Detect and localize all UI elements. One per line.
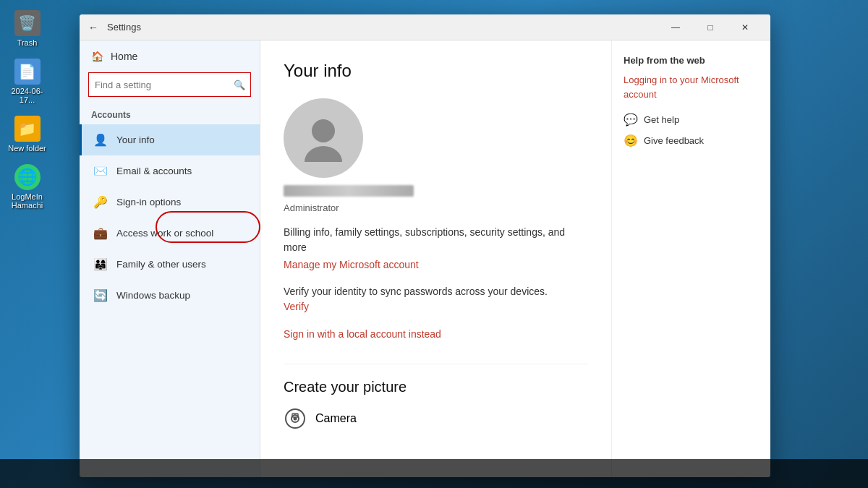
your-info-icon: 👤 <box>93 133 108 147</box>
microsoft-account-help-link[interactable]: Logging in to your Microsoft account <box>624 73 759 101</box>
username-blurred <box>284 185 414 197</box>
window-title: Settings <box>107 22 659 33</box>
trash-icon-label: Trash <box>17 38 38 47</box>
sign-in-label: Sign-in options <box>116 197 181 207</box>
settings-window: ← Settings — □ ✕ 🏠 Home 🔍 <box>80 14 770 477</box>
sidebar-item-sign-in-options[interactable]: 🔑 Sign-in options <box>80 187 260 218</box>
camera-svg <box>285 408 305 429</box>
desktop-icon-trash[interactable]: 🗑️ Trash <box>4 7 51 50</box>
email-icon: ✉️ <box>93 164 108 178</box>
logmein-icon-label: LogMeIn Hamachi <box>7 192 48 210</box>
user-section: Administrator <box>284 98 588 213</box>
back-button[interactable]: ← <box>88 22 98 33</box>
give-feedback-label: Give feedback <box>644 135 704 146</box>
svg-point-5 <box>294 417 297 421</box>
verify-text: Verify your identity to sync passwords a… <box>284 286 588 297</box>
sign-in-icon: 🔑 <box>93 195 108 209</box>
desktop-icons-area: 🗑️ Trash 📄 2024-06-17... 📁 New folder 🌐 … <box>0 0 54 220</box>
desktop-icon-logmein[interactable]: 🌐 LogMeIn Hamachi <box>4 161 51 213</box>
svg-point-0 <box>312 119 335 142</box>
sidebar-item-windows-backup[interactable]: 🔄 Windows backup <box>80 280 260 311</box>
home-icon: 🏠 <box>91 51 103 62</box>
camera-label: Camera <box>315 412 357 425</box>
minimize-button[interactable]: — <box>659 14 692 40</box>
verify-section: Verify your identity to sync passwords a… <box>284 286 588 313</box>
email-accounts-label: Email & accounts <box>116 166 192 176</box>
create-picture-section: Create your picture Camera <box>284 364 588 430</box>
user-role-label: Administrator <box>284 202 339 213</box>
give-feedback-action[interactable]: 😊 Give feedback <box>624 134 759 147</box>
sidebar-home-item[interactable]: 🏠 Home <box>80 40 260 72</box>
search-container: 🔍 <box>80 72 260 104</box>
give-feedback-icon: 😊 <box>624 134 638 147</box>
title-bar: ← Settings — □ ✕ <box>80 14 770 40</box>
avatar <box>284 98 363 178</box>
sidebar-item-access-work[interactable]: 💼 Access work or school <box>80 218 260 249</box>
close-button[interactable]: ✕ <box>728 14 762 40</box>
local-account-link[interactable]: Sign in with a local account instead <box>284 328 441 340</box>
sidebar: 🏠 Home 🔍 Accounts 👤 Your info ✉️ E <box>80 40 260 477</box>
info-section: Billing info, family settings, subscript… <box>284 225 588 271</box>
desktop-icon-file[interactable]: 📄 2024-06-17... <box>4 56 51 107</box>
get-help-icon: 💬 <box>624 113 638 127</box>
work-icon: 💼 <box>93 226 108 240</box>
maximize-button[interactable]: □ <box>694 14 727 40</box>
camera-icon <box>284 407 307 430</box>
search-icon: 🔍 <box>234 80 245 90</box>
page-title: Your info <box>284 61 588 81</box>
main-content: Your info Administrator Billing info, fa… <box>260 40 611 477</box>
avatar-person-svg <box>302 115 345 162</box>
your-info-label: Your info <box>116 134 155 145</box>
search-input[interactable] <box>88 72 251 97</box>
search-wrapper: 🔍 <box>88 72 251 97</box>
folder-icon-label: New folder <box>8 144 46 153</box>
manage-account-link[interactable]: Manage my Microsoft account <box>284 259 419 270</box>
desktop-icon-folder[interactable]: 📁 New folder <box>4 113 51 155</box>
family-icon: 👨‍👩‍👧 <box>93 257 108 271</box>
window-body: 🏠 Home 🔍 Accounts 👤 Your info ✉️ E <box>80 40 770 477</box>
accounts-section-label: Accounts <box>80 104 260 124</box>
create-picture-title: Create your picture <box>284 379 588 395</box>
sidebar-item-email-accounts[interactable]: ✉️ Email & accounts <box>80 155 260 187</box>
sidebar-item-family-users[interactable]: 👨‍👩‍👧 Family & other users <box>80 249 260 280</box>
window-controls: — □ ✕ <box>659 14 762 40</box>
family-users-label: Family & other users <box>116 259 206 270</box>
windows-backup-label: Windows backup <box>116 290 190 301</box>
camera-option[interactable]: Camera <box>284 407 588 430</box>
get-help-label: Get help <box>644 114 679 125</box>
backup-icon: 🔄 <box>93 288 108 302</box>
desktop: 🗑️ Trash 📄 2024-06-17... 📁 New folder 🌐 … <box>0 0 868 488</box>
right-panel: Help from the web Logging in to your Mic… <box>611 40 770 477</box>
file-icon-label: 2024-06-17... <box>7 87 48 104</box>
svg-point-1 <box>305 146 342 162</box>
billing-info-text: Billing info, family settings, subscript… <box>284 225 588 255</box>
taskbar <box>0 459 868 488</box>
access-work-label: Access work or school <box>116 228 213 239</box>
help-from-web-title: Help from the web <box>624 55 759 66</box>
local-account-section: Sign in with a local account instead <box>284 328 588 341</box>
sidebar-item-your-info[interactable]: 👤 Your info <box>80 124 260 155</box>
get-help-action[interactable]: 💬 Get help <box>624 113 759 127</box>
home-label: Home <box>111 51 137 62</box>
verify-link[interactable]: Verify <box>284 301 309 312</box>
